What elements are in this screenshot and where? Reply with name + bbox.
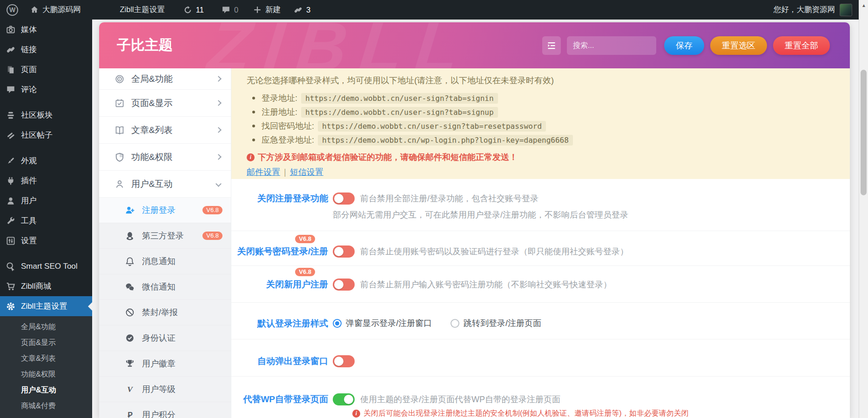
sidebar-item-settings[interactable]: 设置 — [0, 231, 92, 251]
link-icon — [294, 6, 303, 14]
subnav-item-register-login[interactable]: 注册登录 V6.8 — [99, 198, 231, 223]
collapse-nav-button[interactable] — [542, 36, 561, 55]
save-button[interactable]: 保存 — [664, 36, 704, 55]
bullet-icon — [252, 125, 255, 127]
toggle-replace-wp-login[interactable] — [333, 393, 355, 405]
scroll-up-icon[interactable]: ▲ — [859, 3, 868, 8]
address-label: 应急登录地址: — [262, 134, 314, 146]
address-url: https://demo.wobbt.cn/user-sign?tab=sign… — [301, 107, 498, 118]
scrollbar-thumb[interactable] — [861, 70, 867, 195]
toggle-knob — [334, 280, 343, 289]
search-input[interactable] — [567, 41, 656, 50]
page-title: 子比主题 — [117, 36, 173, 55]
sidebar-item-pages[interactable]: 页面 — [0, 60, 92, 80]
radio-option-redirect[interactable]: 跳转到登录/注册页面 — [451, 318, 541, 329]
nav-item-function-permission[interactable]: 功能&权限 — [99, 144, 231, 171]
nav-item-article-list[interactable]: 文章&列表 — [99, 117, 231, 144]
settings-nav: 全局&功能 页面&显示 文章&列表 功能&权限 用户&互动 — [99, 68, 231, 418]
nav-item-page-display[interactable]: 页面&显示 — [99, 90, 231, 117]
greeting[interactable]: 您好，大鹏资源网 — [774, 5, 835, 15]
admin-bar-comments[interactable]: 0 — [222, 6, 238, 14]
forum-icon — [6, 111, 15, 120]
info-icon: i — [352, 410, 360, 418]
chevron-right-icon — [215, 100, 222, 106]
toggle-knob — [344, 395, 353, 404]
toggle-disable-register-login[interactable] — [333, 192, 355, 205]
setting-warning: i 关闭后可能会出现登录注册绕过主题的安全机制(例如人机验证、邀请码注册等)，如… — [352, 409, 850, 418]
setting-desc: 前台禁止使用账号密码以及验证码进行登录（即只能使用社交账号登录） — [360, 245, 628, 258]
version-badge: V6.8 — [295, 268, 315, 276]
pages-icon — [6, 65, 15, 74]
info-warning: i 下方涉及到邮箱或者短信验证的功能，请确保邮件和短信能正常发送！ — [247, 152, 831, 163]
subnav-item-message-notify[interactable]: 消息通知 — [99, 249, 231, 274]
subnav-item-user-level[interactable]: V 用户等级 — [99, 377, 231, 402]
submenu-item-global[interactable]: 全局&功能 — [0, 319, 92, 335]
submenu-item-store-pay[interactable]: 商城&付费 — [0, 398, 92, 414]
setting-row-replace-wp-login: 代替WP自带登录页面 使用主题的登录/注册页面代替WP自带的登录注册页面 i 关… — [231, 376, 850, 418]
email-settings-link[interactable]: 邮件设置 — [247, 167, 280, 177]
points-icon: P — [125, 410, 135, 418]
version-badge: V6.8 — [202, 232, 222, 240]
radio-unselected-icon — [451, 319, 459, 328]
radio-option-popup[interactable]: 弹窗显示登录/注册窗口 — [333, 318, 432, 329]
link-icon — [6, 45, 15, 54]
scrollbar[interactable]: ▲ — [859, 0, 868, 418]
submenu-item-page-display[interactable]: 页面&显示 — [0, 335, 92, 351]
sidebar-item-media[interactable]: 媒体 — [0, 20, 92, 40]
sidebar-item-forum[interactable]: 社区板块 — [0, 105, 92, 125]
sidebar-item-zibll-settings[interactable]: Zibll主题设置 — [0, 296, 92, 316]
setting-desc: 前台禁用全部注册/登录功能，包含社交账号登录 — [360, 192, 538, 205]
setting-row-default-login-style: 默认登录注册样式 弹窗显示登录/注册窗口 跳转到登录/注册页面 — [231, 302, 850, 339]
sms-settings-link[interactable]: 短信设置 — [290, 167, 323, 177]
svg-text:V: V — [127, 385, 133, 394]
store-icon — [6, 282, 15, 291]
avatar[interactable] — [840, 4, 852, 16]
plugins-icon — [6, 176, 15, 186]
panel-header: ZIBLL 子比主题 保存 重置选区 重置全部 — [99, 22, 850, 68]
sidebar-item-appearance[interactable]: 外观 — [0, 151, 92, 171]
links-count: 3 — [306, 6, 310, 14]
subnav-item-user-points[interactable]: P 用户积分 — [99, 402, 231, 418]
toggle-disable-password-login[interactable] — [333, 245, 355, 258]
new-label: 新建 — [265, 5, 281, 15]
submenu-item-function-permission[interactable]: 功能&权限 — [0, 366, 92, 382]
subnav-item-wechat-notify[interactable]: 微信通知 — [99, 274, 231, 300]
subnav-item-user-badge[interactable]: 用户徽章 — [99, 351, 231, 377]
theme-settings-panel: ZIBLL 子比主题 保存 重置选区 重置全部 全局&功能 页面&显示 — [99, 22, 850, 418]
sidebar-item-users[interactable]: 用户 — [0, 191, 92, 211]
toggle-disable-new-user-register[interactable] — [333, 279, 355, 291]
admin-bar-site[interactable]: 大鹏源码网 — [30, 5, 81, 15]
posts-icon — [6, 131, 15, 140]
wordpress-logo-icon[interactable]: W — [7, 4, 18, 16]
sidebar-item-tools[interactable]: 工具 — [0, 211, 92, 231]
nav-item-global[interactable]: 全局&功能 — [99, 68, 231, 90]
admin-bar-new[interactable]: 新建 — [253, 5, 281, 15]
sidebar-item-store[interactable]: Zibll商城 — [0, 276, 92, 296]
admin-bar-links[interactable]: 3 — [294, 6, 310, 14]
subnav-item-ban-report[interactable]: 禁封/举报 — [99, 300, 231, 325]
address-line: 找回密码地址: https://demo.wobbt.cn/user-sign?… — [247, 119, 831, 133]
submenu-item-user-interaction[interactable]: 用户&互动 — [0, 382, 92, 398]
reset-all-button[interactable]: 重置全部 — [773, 36, 830, 55]
toggle-auto-popup-login[interactable] — [333, 355, 355, 367]
sidebar-item-links[interactable]: 链接 — [0, 40, 92, 60]
admin-bar-page-link[interactable]: Zibll主题设置 — [120, 5, 165, 15]
setting-desc: 前台禁止新用户输入账号密码注册功能（不影响社交账号快速登录） — [360, 279, 612, 291]
settings-icon — [6, 236, 15, 245]
reset-section-button[interactable]: 重置选区 — [710, 36, 767, 55]
seo-icon — [6, 262, 15, 271]
submenu-item-article-list[interactable]: 文章&列表 — [0, 351, 92, 366]
subnav-item-identity-verify[interactable]: 身份认证 — [99, 325, 231, 351]
setting-desc: 使用主题的登录/注册页面代替WP自带的登录注册页面 — [360, 393, 560, 405]
chevron-down-icon — [215, 181, 222, 187]
sidebar-item-plugins[interactable]: 插件 — [0, 171, 92, 191]
sidebar-item-posts[interactable]: 社区帖子 — [0, 125, 92, 145]
wp-sidebar: 媒体 链接 页面 评论 社区板块 社区帖子 外观 插件 用户 工具 设置 — [0, 20, 92, 418]
admin-bar-updates[interactable]: 11 — [183, 6, 204, 14]
sidebar-item-comments[interactable]: 评论 — [0, 80, 92, 100]
subnav-item-third-party-login[interactable]: 第三方登录 V6.8 — [99, 223, 231, 249]
setting-label: 自动弹出登录窗口 — [231, 355, 328, 367]
sidebar-item-seo[interactable]: Smart SEO Tool — [0, 256, 92, 276]
nav-item-user-interaction[interactable]: 用户&互动 — [99, 171, 231, 198]
level-icon: V — [125, 385, 135, 394]
